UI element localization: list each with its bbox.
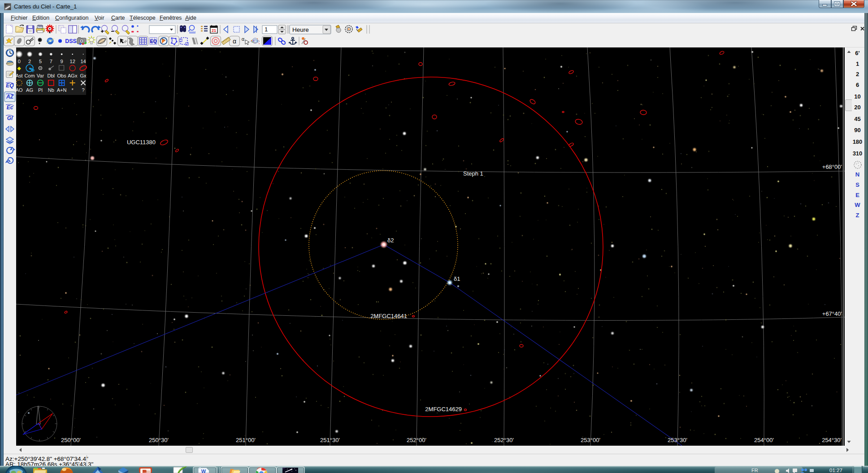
svg-text:δ2: δ2 — [387, 237, 394, 244]
svg-text:Gx: Gx — [80, 73, 87, 78]
svg-text:+67°40': +67°40' — [822, 310, 842, 317]
svg-text:250°00': 250°00' — [61, 437, 81, 443]
svg-text:?: ? — [82, 87, 85, 93]
svg-text:14: 14 — [80, 59, 86, 64]
svg-text:2: 2 — [28, 59, 31, 64]
svg-text:δ1: δ1 — [454, 275, 460, 282]
svg-text:Nb: Nb — [48, 87, 54, 93]
svg-text:+68°00': +68°00' — [822, 163, 842, 170]
svg-text:7: 7 — [50, 59, 52, 64]
svg-text:252°00': 252°00' — [407, 437, 426, 443]
svg-text:AG: AG — [26, 87, 33, 93]
svg-text:5: 5 — [39, 59, 42, 64]
svg-text:DSS: DSS — [65, 38, 77, 44]
svg-text:*: * — [72, 87, 74, 93]
svg-text:Gl: Gl — [7, 115, 13, 121]
svg-text:A+N: A+N — [57, 87, 67, 93]
svg-text:9: 9 — [61, 59, 63, 64]
svg-text:251°30': 251°30' — [320, 437, 340, 443]
svg-text:UGC11380: UGC11380 — [127, 139, 156, 146]
svg-text:Obs: Obs — [57, 73, 67, 78]
svg-text:AO: AO — [16, 87, 23, 93]
svg-text:2MFGC14629: 2MFGC14629 — [425, 406, 462, 413]
svg-text:254°00': 254°00' — [754, 437, 774, 443]
svg-text:12: 12 — [70, 59, 75, 64]
svg-text:01:27: 01:27 — [829, 468, 842, 473]
svg-text:0: 0 — [18, 59, 21, 64]
svg-text:FR: FR — [751, 468, 758, 473]
svg-text:Ec: Ec — [7, 104, 13, 111]
svg-text:Heure: Heure — [292, 26, 309, 33]
svg-text:W: W — [201, 469, 206, 473]
svg-text:Com: Com — [24, 73, 35, 78]
svg-text:Pl: Pl — [38, 87, 43, 93]
svg-text:21: 21 — [212, 28, 216, 33]
svg-text:AGx: AGx — [68, 73, 78, 78]
svg-text:EQ: EQ — [150, 39, 156, 44]
svg-text:Dbl: Dbl — [48, 73, 55, 78]
svg-text:252°30': 252°30' — [494, 437, 514, 443]
svg-text:251°00': 251°00' — [236, 437, 256, 443]
svg-text:α: α — [242, 36, 245, 42]
svg-text:253°00': 253°00' — [581, 437, 600, 443]
svg-text:250°30': 250°30' — [149, 437, 169, 443]
svg-text:Var: Var — [37, 73, 44, 78]
svg-text:Ast: Ast — [16, 73, 23, 78]
svg-text:α: α — [233, 38, 236, 45]
svg-text:253°30': 253°30' — [668, 437, 687, 443]
svg-text:Steph 1: Steph 1 — [463, 170, 483, 177]
svg-text:2MFGC14641: 2MFGC14641 — [370, 313, 407, 319]
svg-text:254°30': 254°30' — [822, 437, 842, 443]
svg-text:1: 1 — [265, 26, 268, 33]
